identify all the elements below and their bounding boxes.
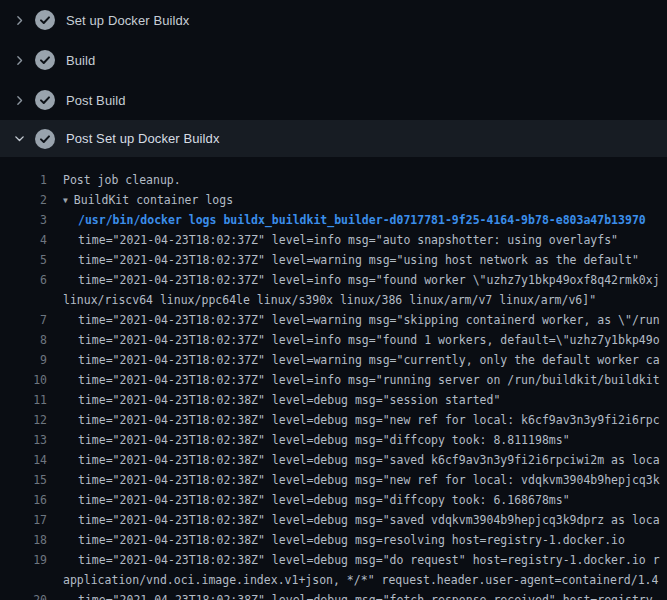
log-row: 3 /usr/bin/docker logs buildx_buildkit_b… [0, 210, 667, 230]
log-row: 10 time="2021-04-23T18:02:37Z" level=inf… [0, 370, 667, 390]
log-row: linux/riscv64 linux/ppc64le linux/s390x … [0, 290, 667, 310]
log-line-number[interactable]: 6 [0, 270, 47, 290]
log-row: 11 time="2021-04-23T18:02:38Z" level=deb… [0, 390, 667, 410]
log-line-text: time="2021-04-23T18:02:38Z" level=debug … [78, 453, 660, 467]
check-circle-icon [35, 10, 55, 30]
chevron-down-icon[interactable] [12, 132, 26, 146]
chevron-right-icon[interactable] [12, 93, 26, 107]
log-line-text: time="2021-04-23T18:02:37Z" level=warnin… [78, 313, 660, 327]
log-line-number[interactable]: 8 [0, 330, 47, 350]
log-row: 17 time="2021-04-23T18:02:38Z" level=deb… [0, 510, 667, 530]
log-line-text: time="2021-04-23T18:02:38Z" level=debug … [78, 593, 660, 600]
log-row: 2 ▼BuildKit container logs [0, 190, 667, 210]
step-row-1[interactable]: Build [0, 40, 667, 80]
log-line-text: time="2021-04-23T18:02:38Z" level=debug … [78, 513, 660, 527]
log-row: application/vnd.oci.image.index.v1+json,… [0, 570, 667, 590]
step-label: Post Build [66, 93, 126, 108]
log-line-number[interactable]: 13 [0, 430, 47, 450]
step-label: Build [66, 53, 95, 68]
log-line-number[interactable]: 14 [0, 450, 47, 470]
chevron-right-icon[interactable] [12, 53, 26, 67]
log-line-number[interactable]: 4 [0, 230, 47, 250]
log-line-number[interactable]: 16 [0, 490, 47, 510]
log-line-text: BuildKit container logs [74, 193, 233, 207]
steps-list: Set up Docker Buildx Build Post Build [0, 0, 667, 157]
step-row-0[interactable]: Set up Docker Buildx [0, 0, 667, 40]
log-area: 1 Post job cleanup. 2 ▼BuildKit containe… [0, 157, 667, 600]
log-row: 16 time="2021-04-23T18:02:38Z" level=deb… [0, 490, 667, 510]
log-line-text: time="2021-04-23T18:02:37Z" level=info m… [78, 333, 660, 347]
log-line-text: time="2021-04-23T18:02:38Z" level=debug … [78, 553, 660, 567]
log-line-number[interactable]: 18 [0, 530, 47, 550]
log-line-text: time="2021-04-23T18:02:38Z" level=debug … [78, 393, 500, 407]
log-line-number[interactable]: 17 [0, 510, 47, 530]
log-line-text: time="2021-04-23T18:02:37Z" level=info m… [78, 233, 618, 247]
log-line-text: application/vnd.oci.image.index.v1+json,… [63, 573, 658, 587]
log-row: 15 time="2021-04-23T18:02:38Z" level=deb… [0, 470, 667, 490]
log-row: 12 time="2021-04-23T18:02:38Z" level=deb… [0, 410, 667, 430]
log-line-number[interactable]: 1 [0, 170, 47, 190]
step-row-3[interactable]: Post Set up Docker Buildx [0, 120, 667, 157]
log-row: 7 time="2021-04-23T18:02:37Z" level=warn… [0, 310, 667, 330]
log-line-number [0, 570, 47, 590]
log-line-number[interactable]: 11 [0, 390, 47, 410]
step-label: Set up Docker Buildx [66, 13, 189, 28]
step-label: Post Set up Docker Buildx [66, 131, 220, 146]
log-line-number[interactable]: 10 [0, 370, 47, 390]
log-line-text: linux/riscv64 linux/ppc64le linux/s390x … [63, 293, 596, 307]
check-circle-icon [35, 129, 55, 149]
log-row: 8 time="2021-04-23T18:02:37Z" level=info… [0, 330, 667, 350]
log-line-text: time="2021-04-23T18:02:38Z" level=debug … [78, 493, 570, 507]
log-line-text: time="2021-04-23T18:02:38Z" level=debug … [78, 533, 625, 547]
log-line-number[interactable]: 15 [0, 470, 47, 490]
log-row: 1 Post job cleanup. [0, 170, 667, 190]
step-row-2[interactable]: Post Build [0, 80, 667, 120]
log-line-text: time="2021-04-23T18:02:38Z" level=debug … [78, 433, 570, 447]
log-line-text: time="2021-04-23T18:02:37Z" level=info m… [78, 273, 660, 287]
log-row: 6 time="2021-04-23T18:02:37Z" level=info… [0, 270, 667, 290]
log-line-number[interactable]: 7 [0, 310, 47, 330]
log-row: 5 time="2021-04-23T18:02:37Z" level=warn… [0, 250, 667, 270]
check-circle-icon [35, 50, 55, 70]
log-row: 4 time="2021-04-23T18:02:37Z" level=info… [0, 230, 667, 250]
log-line-text: Post job cleanup. [63, 173, 181, 187]
log-line-number [0, 290, 47, 310]
log-line-number[interactable]: 9 [0, 350, 47, 370]
log-row: 13 time="2021-04-23T18:02:38Z" level=deb… [0, 430, 667, 450]
log-line-number[interactable]: 3 [0, 210, 47, 230]
log-row: 9 time="2021-04-23T18:02:37Z" level=warn… [0, 350, 667, 370]
log-line-text: /usr/bin/docker logs buildx_buildkit_bui… [78, 213, 646, 227]
log-line-number[interactable]: 5 [0, 250, 47, 270]
log-line-text: time="2021-04-23T18:02:37Z" level=info m… [78, 373, 660, 387]
log-row: 19 time="2021-04-23T18:02:38Z" level=deb… [0, 550, 667, 570]
actions-log-viewer: Set up Docker Buildx Build Post Build [0, 0, 667, 600]
log-row: 18 time="2021-04-23T18:02:38Z" level=deb… [0, 530, 667, 550]
log-line-number[interactable]: 2 [0, 190, 47, 210]
log-row: 14 time="2021-04-23T18:02:38Z" level=deb… [0, 450, 667, 470]
chevron-right-icon[interactable] [12, 13, 26, 27]
log-line-text: time="2021-04-23T18:02:37Z" level=warnin… [78, 253, 639, 267]
log-row: 20 time="2021-04-23T18:02:38Z" level=deb… [0, 590, 667, 600]
log-line-number[interactable]: 12 [0, 410, 47, 430]
log-line-text: time="2021-04-23T18:02:37Z" level=warnin… [78, 353, 660, 367]
log-line-text: time="2021-04-23T18:02:38Z" level=debug … [78, 473, 660, 487]
log-line-number[interactable]: 19 [0, 550, 47, 570]
log-line-number[interactable]: 20 [0, 590, 47, 600]
log-line-text: time="2021-04-23T18:02:38Z" level=debug … [78, 413, 660, 427]
log-group-collapse-icon[interactable]: ▼ [63, 191, 68, 211]
check-circle-icon [35, 90, 55, 110]
